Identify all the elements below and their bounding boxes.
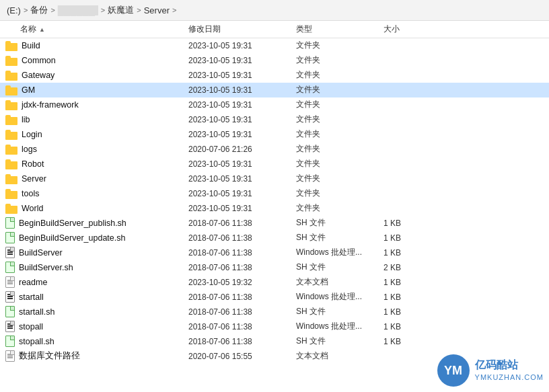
file-date: 2018-07-06 11:38 — [188, 263, 296, 272]
col-name-header[interactable]: 名称 ▲ — [0, 24, 188, 35]
file-size: 1 KB — [383, 278, 437, 287]
file-name: BuildServer.sh — [19, 263, 73, 272]
breadcrumb-bar: (E:) > 备份 > ██████ > 妖魔道 > Server > — [0, 0, 549, 21]
table-row[interactable]: BuildServer.sh2018-07-06 11:38SH 文件2 KB — [0, 260, 549, 275]
table-row[interactable]: startall.sh2018-07-06 11:38SH 文件1 KB — [0, 305, 549, 319]
table-row[interactable]: Server2023-10-05 19:31文件夹 — [0, 171, 549, 186]
bat-file-icon — [5, 321, 15, 332]
table-row[interactable]: lib2023-10-05 19:31文件夹 — [0, 112, 549, 127]
table-row[interactable]: World2023-10-05 19:31文件夹 — [0, 201, 549, 216]
watermark-cn: 亿码酷站 — [475, 358, 544, 373]
file-date: 2023-10-05 19:32 — [188, 278, 296, 287]
column-header: 名称 ▲ 修改日期 类型 大小 — [0, 21, 549, 38]
breadcrumb-server[interactable]: Server — [144, 5, 170, 15]
folder-icon — [5, 129, 17, 140]
table-row[interactable]: BeginBuildServer_update.sh2018-07-06 11:… — [0, 231, 549, 245]
table-row[interactable]: Login2023-10-05 19:31文件夹 — [0, 127, 549, 142]
file-type: 文件夹 — [296, 54, 383, 66]
table-row[interactable]: Gateway2023-10-05 19:31文件夹 — [0, 68, 549, 83]
folder-icon — [5, 188, 17, 199]
file-date: 2023-10-05 19:31 — [188, 115, 296, 124]
table-row[interactable]: BeginBuildServer_publish.sh2018-07-06 11… — [0, 216, 549, 231]
table-row[interactable]: startall2018-07-06 11:38Windows 批处理...1 … — [0, 290, 549, 305]
file-type: Windows 批处理... — [296, 291, 383, 303]
bat-file-icon — [5, 291, 15, 303]
col-name-label: 名称 — [20, 24, 36, 35]
file-name-cell: Robot — [0, 159, 188, 169]
file-size: 2 KB — [383, 263, 437, 272]
file-name-cell: stopall.sh — [0, 336, 188, 347]
table-row[interactable]: tools2023-10-05 19:31文件夹 — [0, 186, 549, 201]
file-date: 2020-07-06 15:55 — [188, 352, 296, 361]
file-name: BuildServer — [19, 248, 63, 258]
file-date: 2023-10-05 19:31 — [188, 41, 296, 50]
file-name-cell: jdxk-framework — [0, 100, 188, 110]
file-name-cell: GM — [0, 85, 188, 95]
file-date: 2018-07-06 11:38 — [188, 337, 296, 346]
file-date: 2023-10-05 19:31 — [188, 174, 296, 184]
file-type: 文件夹 — [296, 114, 383, 125]
file-type: SH 文件 — [296, 262, 383, 273]
table-row[interactable]: stopall.sh2018-07-06 11:38SH 文件1 KB — [0, 334, 549, 349]
sep1: > — [24, 6, 28, 14]
table-row[interactable]: Common2023-10-05 19:31文件夹 — [0, 53, 549, 68]
file-name-cell: lib — [0, 114, 188, 125]
file-name: BeginBuildServer_update.sh — [19, 233, 125, 243]
file-name: stopall — [19, 322, 43, 331]
breadcrumb-ymd[interactable]: 妖魔道 — [108, 4, 134, 16]
table-row[interactable]: BuildServer2018-07-06 11:38Windows 批处理..… — [0, 245, 549, 260]
table-row[interactable]: jdxk-framework2023-10-05 19:31文件夹 — [0, 97, 549, 112]
watermark-text: 亿码酷站 YMKUZHAN.COM — [475, 358, 544, 382]
file-name: Robot — [22, 159, 44, 169]
sep2: > — [50, 6, 54, 14]
file-name-cell: startall — [0, 291, 188, 303]
watermark-logo: YM — [437, 354, 470, 387]
file-name: Common — [22, 56, 56, 65]
file-name: tools — [22, 189, 39, 198]
file-name-cell: Common — [0, 55, 188, 66]
folder-icon — [5, 203, 17, 214]
file-date: 2018-07-06 11:38 — [188, 292, 296, 302]
file-name-cell: BeginBuildServer_publish.sh — [0, 217, 188, 229]
file-type: 文件夹 — [296, 40, 383, 51]
file-type: SH 文件 — [296, 217, 383, 229]
file-name: stopall.sh — [19, 337, 54, 346]
file-name: startall.sh — [19, 307, 55, 317]
file-size: 1 KB — [383, 292, 437, 302]
file-type: 文件夹 — [296, 173, 383, 184]
file-name: logs — [22, 145, 37, 154]
file-date: 2023-10-05 19:31 — [188, 85, 296, 95]
col-type-header[interactable]: 类型 — [296, 24, 383, 35]
breadcrumb-hidden[interactable]: ██████ — [58, 5, 98, 15]
file-name-cell: World — [0, 203, 188, 214]
file-type: SH 文件 — [296, 336, 383, 347]
col-date-header[interactable]: 修改日期 — [188, 24, 296, 35]
folder-icon — [5, 114, 17, 125]
file-date: 2023-10-05 19:31 — [188, 100, 296, 110]
table-row[interactable]: GM2023-10-05 19:31文件夹 — [0, 83, 549, 97]
file-date: 2023-10-05 19:31 — [188, 204, 296, 213]
breadcrumb-backup[interactable]: 备份 — [30, 4, 48, 16]
file-size: 1 KB — [383, 248, 437, 258]
folder-icon — [5, 40, 17, 51]
col-size-header[interactable]: 大小 — [383, 24, 437, 35]
file-name: World — [22, 204, 43, 213]
table-row[interactable]: readme2023-10-05 19:32文本文档1 KB — [0, 275, 549, 290]
table-row[interactable]: Build2023-10-05 19:31文件夹 — [0, 38, 549, 53]
file-date: 2023-10-05 19:31 — [188, 130, 296, 139]
table-row[interactable]: logs2020-07-06 21:26文件夹 — [0, 142, 549, 157]
folder-icon — [5, 100, 17, 110]
file-type: Windows 批处理... — [296, 321, 383, 332]
table-row[interactable]: stopall2018-07-06 11:38Windows 批处理...1 K… — [0, 319, 549, 334]
file-type: 文件夹 — [296, 128, 383, 140]
sh-file-icon — [5, 262, 15, 273]
file-name: Login — [22, 130, 42, 139]
file-name: lib — [22, 115, 30, 124]
file-name: GM — [22, 85, 35, 95]
breadcrumb-e[interactable]: (E:) — [7, 5, 21, 15]
file-date: 2018-07-06 11:38 — [188, 233, 296, 243]
file-name: Gateway — [22, 71, 54, 80]
table-row[interactable]: Robot2023-10-05 19:31文件夹 — [0, 157, 549, 171]
folder-icon — [5, 55, 17, 66]
txt-file-icon — [5, 350, 15, 362]
